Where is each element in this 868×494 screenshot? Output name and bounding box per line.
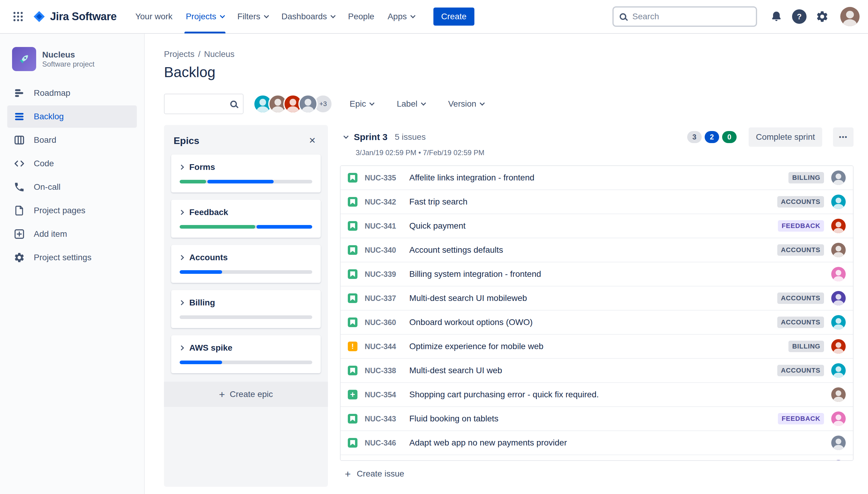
assignee-avatar[interactable] [831,170,846,185]
app-switcher-icon[interactable] [8,7,28,26]
issue-row[interactable]: NUC-344Optimize experience for mobile we… [340,335,853,359]
issue-row[interactable]: NUC-354Shopping cart purchasing error - … [340,383,853,407]
nav-label: Dashboards [281,12,327,21]
issue-row[interactable]: NUC-346Adapt web app no new payments pro… [340,431,853,455]
nav-apps[interactable]: Apps [381,0,421,34]
global-search-input[interactable] [631,11,750,22]
sidebar-item-board[interactable]: Board [7,129,137,151]
breadcrumb-separator: / [198,50,200,59]
issue-row[interactable]: NUC-335Affelite links integration - fron… [340,166,853,190]
nav-your-work[interactable]: Your work [129,0,179,34]
issue-key: NUC-354 [365,391,402,399]
backlog-search-input[interactable] [171,98,225,109]
settings-icon[interactable] [813,7,832,26]
complete-sprint-button[interactable]: Complete sprint [749,128,822,147]
issue-row[interactable]: NUC-360Onboard workout options (OWO)ACCO… [340,310,853,335]
epic-card-forms[interactable]: Forms [171,154,321,192]
issue-key: NUC-338 [365,366,402,375]
issue-row[interactable]: NUC-341Quick paymentFEEDBACK [340,214,853,238]
help-icon[interactable]: ? [790,7,809,26]
issue-row[interactable]: NUC-342Fast trip searchACCOUNTS [340,190,853,214]
main-content: Projects/Nucleus Backlog +3 Epic Label V… [145,34,868,494]
user-avatar[interactable] [840,7,860,26]
more-icon[interactable]: ••• [833,128,853,147]
issue-summary: Optimize experience for mobile web [409,342,781,351]
sidebar-item-label: Add item [34,229,67,239]
sprint-collapse-icon[interactable] [344,134,349,139]
assignee-avatar[interactable] [831,436,846,450]
notifications-icon[interactable] [767,7,786,26]
chevron-down-icon [480,101,485,106]
create-epic-button[interactable]: + Create epic [164,382,328,407]
sprint-issue-count: 5 issues [395,132,426,142]
issue-row[interactable]: NUC-336Quick booking for accomodations -… [340,455,853,461]
assignee-avatar[interactable] [831,387,846,402]
sidebar-item-project-pages[interactable]: Project pages [7,200,137,222]
epic-name: Billing [189,298,215,307]
sprint-name[interactable]: Sprint 3 [354,132,388,142]
issue-row[interactable]: NUC-338Multi-dest search UI webACCOUNTS [340,359,853,383]
jira-logo[interactable]: Jira Software [31,10,122,23]
code-icon [13,157,25,170]
dropdown-label: Version [448,99,476,109]
board-icon [13,134,25,146]
nav-filters[interactable]: Filters [231,0,275,34]
incident-icon [348,342,357,351]
story-icon [348,173,357,183]
sidebar-item-project-settings[interactable]: Project settings [7,246,137,269]
document-icon [13,205,25,216]
issue-summary: Shopping cart purchasing error - quick f… [409,390,824,399]
assignee-avatar[interactable] [831,412,846,426]
create-issue-button[interactable]: + Create issue [340,461,853,487]
chevron-right-icon [179,210,184,215]
close-icon[interactable]: ✕ [307,134,318,147]
epic-card-feedback[interactable]: Feedback [171,200,321,238]
story-icon [348,438,357,448]
epic-filter-dropdown[interactable]: Epic [344,95,380,113]
breadcrumb-projects-link[interactable]: Projects [164,50,195,59]
project-avatar [12,47,36,71]
create-button[interactable]: Create [433,7,474,25]
issue-row[interactable]: NUC-339Billing system integration - fron… [340,262,853,286]
issue-row[interactable]: NUC-343Fluid booking on tabletsFEEDBACK [340,407,853,431]
assignee-avatar[interactable] [831,243,846,257]
nav-projects[interactable]: Projects [179,0,230,34]
issue-row[interactable]: NUC-337Multi-dest search UI mobilewebACC… [340,286,853,310]
epic-badge: ACCOUNTS [777,196,824,208]
version-filter-dropdown[interactable]: Version [442,95,490,113]
chevron-down-icon [410,13,415,18]
sidebar-item-oncall[interactable]: On-call [7,176,137,198]
sidebar-item-add-item[interactable]: Add item [7,223,137,245]
assignee-avatar[interactable] [831,291,846,305]
todo-count-badge: 3 [687,131,702,143]
breadcrumb-nucleus-link[interactable]: Nucleus [204,50,235,59]
plus-icon: + [345,469,351,479]
nav-dashboards[interactable]: Dashboards [275,0,341,34]
assignee-avatar[interactable] [831,219,846,233]
sidebar-item-code[interactable]: Code [7,152,137,175]
epic-card-accounts[interactable]: Accounts [171,245,321,283]
breadcrumb: Projects/Nucleus [164,50,853,59]
label-filter-dropdown[interactable]: Label [391,95,431,113]
assignee-avatar[interactable] [831,339,846,354]
epic-card-aws-spike[interactable]: AWS spike [171,335,321,373]
epic-card-billing[interactable]: Billing [171,290,321,328]
sidebar-item-roadmap[interactable]: Roadmap [7,82,137,104]
issue-summary: Account settings defaults [409,245,770,255]
top-navbar: Jira Software Your work Projects Filters… [0,0,868,34]
sidebar-item-backlog[interactable]: Backlog [7,106,137,128]
issue-row[interactable]: NUC-340Account settings defaultsACCOUNTS [340,238,853,262]
backlog-icon [13,111,25,122]
assignee-avatar[interactable] [831,315,846,329]
nav-label: Projects [186,12,216,21]
assignee-avatar[interactable] [831,363,846,378]
assignee-avatar[interactable] [831,267,846,281]
epic-progress-bar [180,316,312,319]
assignee-avatar[interactable] [831,195,846,209]
sidebar-item-label: Backlog [34,112,64,121]
epic-badge: BILLING [789,172,824,184]
nav-people[interactable]: People [341,0,381,34]
member-avatar[interactable] [298,94,318,114]
issue-key: NUC-341 [365,222,402,230]
done-count-badge: 0 [722,131,737,143]
